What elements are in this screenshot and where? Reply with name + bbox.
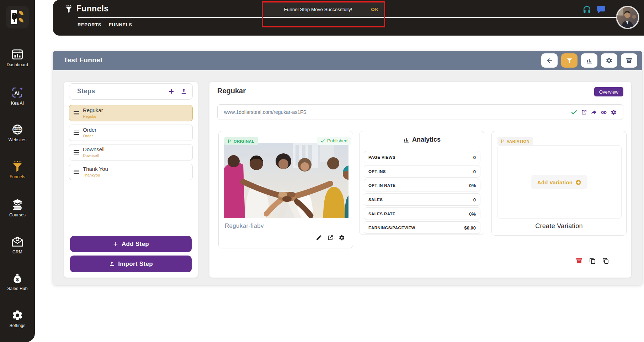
check-icon[interactable] bbox=[571, 109, 578, 116]
stat-value: 0 bbox=[473, 197, 476, 202]
import-step-icon-button[interactable] bbox=[180, 88, 187, 95]
import-step-button[interactable]: Import Step bbox=[70, 256, 192, 272]
steps-header: Steps bbox=[69, 83, 193, 100]
sidebar-item-websites[interactable]: Websites bbox=[0, 123, 35, 142]
sidebar-item-sales-hub[interactable]: Sales Hub bbox=[0, 272, 35, 291]
settings-button[interactable] bbox=[601, 53, 617, 68]
step-type: Downsell bbox=[83, 153, 99, 158]
analytics-title: Analytics bbox=[360, 136, 484, 143]
link-icon[interactable] bbox=[601, 109, 607, 116]
page-title: Funnels bbox=[76, 4, 108, 14]
edit-pencil-icon[interactable] bbox=[316, 235, 322, 241]
page-url[interactable]: www.1dollarsteal.com/regukar-as1FS bbox=[224, 109, 307, 115]
plus-icon bbox=[113, 241, 118, 247]
sidebar-item-dashboard[interactable]: Dashboard bbox=[0, 48, 35, 67]
copy-icon[interactable] bbox=[602, 257, 609, 264]
sidebar-item-label: Dashboard bbox=[0, 62, 35, 67]
archive-button[interactable] bbox=[621, 53, 637, 68]
duplicate-icon[interactable] bbox=[589, 257, 596, 264]
variation-dropzone: Add Variation bbox=[497, 145, 622, 219]
stat-value: 0% bbox=[469, 211, 476, 217]
back-icon bbox=[546, 57, 553, 64]
original-badge: ORIGINAL bbox=[224, 137, 258, 145]
drag-handle-icon[interactable] bbox=[74, 170, 79, 174]
dashboard-icon bbox=[0, 48, 35, 60]
open-external-icon[interactable] bbox=[327, 235, 334, 241]
url-actions bbox=[571, 109, 617, 116]
add-variation-button[interactable]: Add Variation bbox=[531, 175, 587, 189]
import-step-label: Import Step bbox=[118, 261, 153, 268]
step-item-downsell[interactable]: Downsell Downsell bbox=[69, 144, 193, 161]
sidebar-item-crm[interactable]: CRM bbox=[0, 235, 35, 254]
tab-funnels[interactable]: FUNNELS bbox=[109, 22, 132, 27]
stat-label: EARNINGS/PAGEVIEW bbox=[368, 226, 415, 230]
stat-row-opt-ins: OPT-INS 0 bbox=[364, 165, 480, 178]
sidebar-item-settings[interactable]: Settings bbox=[0, 309, 35, 328]
app-logo[interactable] bbox=[6, 6, 29, 28]
gear-icon bbox=[606, 57, 613, 64]
annotation-highlight-box: Funnel Step Move Successfully! OK bbox=[262, 1, 385, 27]
page-url-bar: www.1dollarsteal.com/regukar-as1FS bbox=[217, 104, 623, 120]
people-photo bbox=[224, 143, 348, 218]
gear-icon[interactable] bbox=[611, 109, 617, 115]
avatar[interactable] bbox=[616, 6, 639, 29]
stat-label: SALES RATE bbox=[368, 212, 395, 216]
sidebar-item-kea-ai[interactable]: Kea AI bbox=[0, 86, 35, 106]
funnel-title: Test Funnel bbox=[64, 56, 102, 64]
add-step-button[interactable]: Add Step bbox=[70, 236, 192, 252]
gear-icon[interactable] bbox=[339, 235, 345, 241]
drag-handle-icon[interactable] bbox=[74, 111, 79, 115]
bar-chart-icon bbox=[403, 136, 410, 143]
published-label: Published bbox=[327, 138, 347, 143]
funnel-toolbar bbox=[541, 53, 637, 68]
ai-icon bbox=[0, 86, 35, 99]
sidebar-item-funnels[interactable]: Funnels bbox=[0, 161, 35, 179]
archive-delete-icon[interactable] bbox=[575, 257, 583, 264]
step-item-order[interactable]: Order Order bbox=[69, 125, 193, 141]
original-thumbnail[interactable] bbox=[224, 143, 348, 218]
headphones-icon[interactable] bbox=[582, 5, 592, 15]
page-name: Regukar-fiabv bbox=[225, 222, 264, 230]
step-item-thank-you[interactable]: Thank You Thankyou bbox=[69, 164, 193, 180]
gear-icon bbox=[0, 309, 35, 321]
step-name: Thank You bbox=[83, 166, 108, 172]
published-badge: Published bbox=[317, 137, 351, 145]
stat-row-sales: SALES 0 bbox=[364, 193, 480, 206]
variation-badge-label: VARIATION bbox=[507, 139, 529, 143]
bar-chart-icon bbox=[586, 57, 593, 64]
drag-handle-icon[interactable] bbox=[74, 150, 79, 154]
step-type: Regular bbox=[83, 114, 97, 119]
tab-reports[interactable]: REPORTS bbox=[78, 22, 101, 27]
step-detail-title: Regukar bbox=[217, 87, 246, 95]
sidebar-item-label: Settings bbox=[0, 323, 35, 328]
open-external-icon[interactable] bbox=[581, 109, 587, 115]
sidebar-item-label: Websites bbox=[0, 137, 35, 142]
analytics-button[interactable] bbox=[581, 53, 597, 68]
add-step-icon-button[interactable] bbox=[168, 88, 175, 95]
stat-row-opt-in-rate: OPT-IN RATE 0% bbox=[364, 179, 480, 191]
sidebar: Dashboard Kea AI Websites Funnels Course… bbox=[0, 0, 35, 342]
kea-logo-icon bbox=[6, 6, 29, 28]
back-button[interactable] bbox=[541, 53, 558, 68]
step-name: Order bbox=[83, 127, 96, 133]
money-bag-icon bbox=[0, 272, 35, 284]
sidebar-item-courses[interactable]: Courses bbox=[0, 198, 35, 217]
funnel-header-bar: Test Funnel bbox=[53, 51, 642, 70]
toast-notification: Funnel Step Move Successfully! OK bbox=[263, 2, 384, 16]
sidebar-item-label: CRM bbox=[0, 249, 35, 254]
main-panel: Test Funnel Steps Regukar Regular Order … bbox=[53, 51, 642, 285]
filter-button[interactable] bbox=[561, 53, 578, 68]
drag-handle-icon[interactable] bbox=[74, 131, 79, 135]
chat-icon[interactable] bbox=[596, 5, 606, 14]
toast-message: Funnel Step Move Successfully! bbox=[263, 7, 371, 12]
step-item-regukar[interactable]: Regukar Regular bbox=[69, 105, 193, 121]
add-step-label: Add Step bbox=[122, 241, 149, 248]
share-icon[interactable] bbox=[591, 109, 597, 116]
steps-panel: Steps Regukar Regular Order Order Downse… bbox=[64, 82, 198, 278]
toast-ok-button[interactable]: OK bbox=[371, 7, 379, 12]
variation-card: VARIATION Add Variation Create Variation bbox=[491, 131, 627, 236]
overview-button[interactable]: Overview bbox=[594, 87, 623, 96]
stat-value: $0.00 bbox=[464, 225, 476, 231]
top-header: Funnels REPORTS FUNNELS Funnel Step Move… bbox=[53, 0, 644, 36]
filter-funnel-icon bbox=[566, 57, 573, 64]
